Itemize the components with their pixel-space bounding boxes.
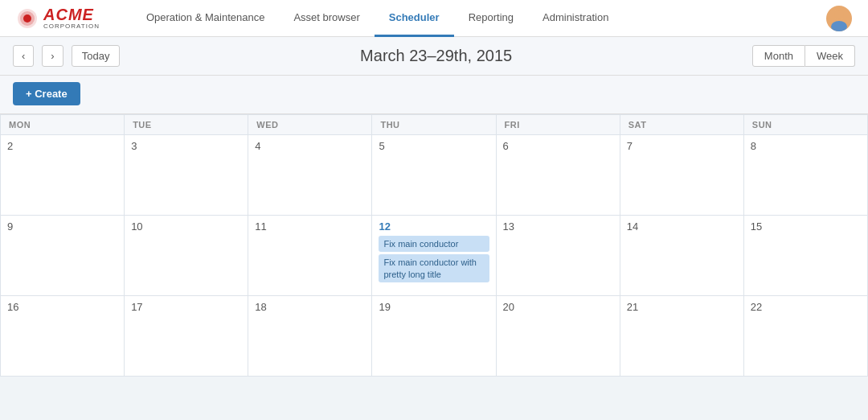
day-number: 16 — [7, 301, 117, 313]
svg-point-2 — [23, 14, 31, 23]
day-cell[interactable]: 13 — [497, 216, 620, 296]
day-cell[interactable]: 22 — [744, 296, 868, 377]
day-cell[interactable]: 21 — [620, 296, 744, 377]
today-button[interactable]: Today — [72, 45, 121, 67]
day-header-sun: SUN — [744, 115, 868, 135]
nav-administration[interactable]: Administration — [528, 0, 623, 37]
day-number: 22 — [751, 301, 861, 313]
create-button[interactable]: + Create — [13, 82, 80, 105]
nav-operation[interactable]: Operation & Maintenance — [132, 0, 279, 37]
day-cell[interactable]: 16 — [1, 296, 125, 377]
day-header-mon: MON — [1, 115, 125, 135]
day-number: 8 — [751, 140, 861, 152]
logo-acme: ACME — [43, 6, 100, 23]
day-number: 10 — [131, 220, 241, 233]
day-cell[interactable]: 6 — [497, 135, 620, 216]
week-view-button[interactable]: Week — [805, 45, 855, 67]
logo: ACME CORPORATION — [16, 6, 100, 30]
next-button[interactable]: › — [42, 45, 63, 67]
main-nav: Operation & Maintenance Asset browser Sc… — [132, 0, 826, 37]
svg-point-4 — [831, 21, 847, 31]
calendar-grid: MONTUEWEDTHUFRISATSUN23456789101112Fix m… — [0, 114, 868, 377]
user-section — [826, 6, 852, 31]
day-number: 21 — [627, 301, 737, 313]
day-number: 11 — [255, 220, 365, 233]
day-header-fri: FRI — [497, 115, 620, 135]
day-number: 6 — [503, 140, 613, 152]
day-cell[interactable]: 8 — [744, 135, 868, 216]
logo-text: ACME CORPORATION — [43, 6, 100, 30]
day-number: 3 — [131, 140, 241, 152]
day-number: 14 — [627, 220, 737, 233]
day-header-tue: TUE — [125, 115, 248, 135]
day-number: 9 — [7, 220, 117, 233]
day-cell[interactable]: 7 — [620, 135, 744, 216]
day-cell[interactable]: 14 — [620, 216, 744, 296]
calendar: MONTUEWEDTHUFRISATSUN23456789101112Fix m… — [0, 114, 868, 377]
day-number: 17 — [131, 301, 241, 313]
day-number: 12 — [379, 220, 489, 233]
date-title: March 23–29th, 2015 — [128, 47, 743, 65]
day-number: 4 — [255, 140, 365, 152]
day-header-thu: THU — [372, 115, 496, 135]
nav-scheduler[interactable]: Scheduler — [375, 0, 454, 37]
day-number: 2 — [7, 140, 117, 152]
day-cell[interactable]: 19 — [372, 296, 496, 377]
day-cell[interactable]: 9 — [1, 216, 125, 296]
header: ACME CORPORATION Operation & Maintenance… — [0, 0, 868, 37]
day-number: 13 — [503, 220, 613, 233]
day-number: 19 — [379, 301, 489, 313]
calendar-event[interactable]: Fix main conductor with pretty long titl… — [379, 254, 489, 282]
day-cell[interactable]: 3 — [125, 135, 248, 216]
day-cell[interactable]: 18 — [248, 296, 372, 377]
logo-corporation: CORPORATION — [43, 23, 100, 30]
svg-point-3 — [834, 10, 844, 19]
nav-asset-browser[interactable]: Asset browser — [279, 0, 374, 37]
create-bar: + Create — [0, 76, 868, 114]
prev-button[interactable]: ‹ — [13, 45, 34, 67]
page-wrapper: ACME CORPORATION Operation & Maintenance… — [0, 0, 868, 420]
day-cell[interactable]: 10 — [125, 216, 248, 296]
day-header-sat: SAT — [620, 115, 744, 135]
month-view-button[interactable]: Month — [752, 45, 805, 67]
day-cell[interactable]: 17 — [125, 296, 248, 377]
day-cell[interactable]: 20 — [497, 296, 620, 377]
day-cell[interactable]: 4 — [248, 135, 372, 216]
day-number: 20 — [503, 301, 613, 313]
day-cell[interactable]: 5 — [372, 135, 496, 216]
day-cell[interactable]: 2 — [1, 135, 125, 216]
day-header-wed: WED — [248, 115, 372, 135]
day-cell[interactable]: 15 — [744, 216, 868, 296]
calendar-toolbar: ‹ › Today March 23–29th, 2015 Month Week — [0, 37, 868, 76]
nav-reporting[interactable]: Reporting — [454, 0, 528, 37]
day-cell[interactable]: 11 — [248, 216, 372, 296]
avatar[interactable] — [826, 6, 852, 31]
day-number: 15 — [751, 220, 861, 233]
day-number: 18 — [255, 301, 365, 313]
day-number: 5 — [379, 140, 489, 152]
acme-logo-icon — [16, 7, 39, 30]
day-number: 7 — [627, 140, 737, 152]
avatar-icon — [826, 6, 852, 31]
calendar-event[interactable]: Fix main conductor — [379, 236, 489, 252]
day-cell[interactable]: 12Fix main conductorFix main conductor w… — [372, 216, 496, 296]
view-toggle: Month Week — [752, 45, 855, 67]
